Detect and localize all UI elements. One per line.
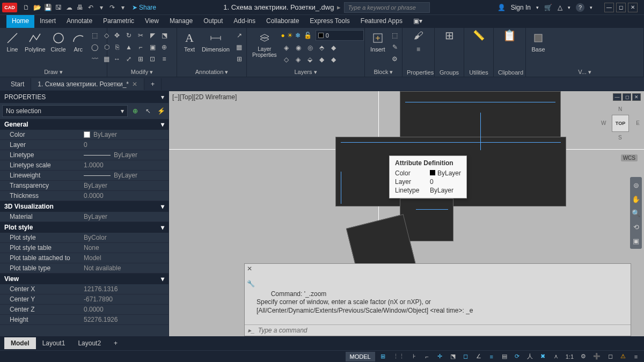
lwt-icon[interactable]: ≡ bbox=[487, 352, 496, 361]
tool-icon[interactable]: ◯ bbox=[90, 42, 100, 53]
ribbon-tab-express-tools[interactable]: Express Tools bbox=[304, 15, 355, 28]
ribbon-tab-annotate[interactable]: Annotate bbox=[61, 15, 98, 28]
arc-tool[interactable]: Arc bbox=[70, 30, 86, 54]
transparency-icon[interactable]: ▤ bbox=[500, 352, 509, 361]
redo-icon[interactable]: ↷ bbox=[107, 3, 117, 12]
tool-icon[interactable]: ◆ bbox=[328, 54, 339, 65]
table-icon[interactable]: ▦ bbox=[234, 42, 245, 53]
annotation-icon[interactable]: 人 bbox=[525, 352, 535, 361]
minimize-button[interactable]: — bbox=[604, 3, 614, 12]
measure-icon[interactable]: 📏 bbox=[473, 30, 484, 41]
property-row[interactable]: Center Z0.0000 bbox=[0, 305, 169, 315]
tool-icon[interactable]: ✎ bbox=[390, 42, 400, 53]
viewport-label[interactable]: [−][Top][2D Wireframe] bbox=[172, 93, 237, 101]
panel-label-annotation[interactable]: Annotation ▾ bbox=[181, 68, 242, 77]
tool-icon[interactable]: ≡ bbox=[413, 44, 424, 55]
ribbon-tab-home[interactable]: Home bbox=[6, 15, 34, 28]
search-input[interactable]: Type a keyword or phrase bbox=[344, 2, 430, 13]
quickselect-icon[interactable]: ⚡ bbox=[156, 106, 166, 116]
circle-tool[interactable]: Circle bbox=[50, 30, 67, 54]
osnap-icon[interactable]: ◻ bbox=[461, 352, 471, 361]
monitor-icon[interactable]: ➕ bbox=[591, 352, 602, 361]
user-icon[interactable]: 👤 bbox=[497, 4, 506, 11]
panel-label-properties[interactable]: Properties bbox=[407, 68, 430, 77]
panel-label-groups[interactable]: Groups bbox=[439, 68, 459, 77]
tool-icon[interactable]: ◎ bbox=[305, 42, 316, 53]
drawing-canvas[interactable]: [−][Top][2D Wireframe] — ◻ ✕ N S W E TOP bbox=[169, 91, 644, 336]
leader-icon[interactable]: ↗ bbox=[234, 30, 245, 41]
paste-icon[interactable]: 📋 bbox=[504, 30, 515, 41]
cycling-icon[interactable]: ⟳ bbox=[513, 352, 522, 361]
command-line[interactable]: ✕ 🔧 Command: '_.zoom Specify corner of w… bbox=[244, 263, 631, 336]
chevron-down-icon[interactable]: ▾ bbox=[97, 3, 106, 12]
command-input[interactable]: Type a command bbox=[258, 327, 308, 334]
property-row[interactable]: Plot style tableNone bbox=[0, 243, 169, 253]
ribbon-tab-manage[interactable]: Manage bbox=[164, 15, 198, 28]
iso-icon[interactable]: ⬔ bbox=[448, 352, 458, 361]
tool-icon[interactable]: ⬘ bbox=[317, 42, 327, 53]
panel-label-layers[interactable]: Layers ▾ bbox=[251, 68, 360, 77]
orbit-icon[interactable]: ⟲ bbox=[630, 222, 642, 232]
tool-icon[interactable]: ⊕ bbox=[159, 42, 170, 53]
tool-icon[interactable]: ◆ bbox=[328, 42, 339, 53]
panel-label-modify[interactable]: Modify ▾ bbox=[112, 68, 172, 77]
wcs-badge[interactable]: WCS bbox=[621, 154, 638, 161]
scale-combo[interactable]: 1:1 bbox=[564, 352, 575, 361]
tool-icon[interactable]: ◆ bbox=[317, 54, 327, 65]
layout-tab-model[interactable]: Model bbox=[4, 337, 36, 349]
tool-icon[interactable]: ⚙ bbox=[390, 54, 400, 64]
property-row[interactable]: Plot table attached toModel bbox=[0, 253, 169, 263]
property-row[interactable]: TransparencyByLayer bbox=[0, 181, 169, 191]
fillet-icon[interactable]: ⌐ bbox=[135, 42, 146, 53]
group-icon[interactable]: ⊞ bbox=[444, 30, 455, 41]
ribbon-tab-collaborate[interactable]: Collaborate bbox=[261, 15, 304, 28]
layer-combo[interactable]: 0 bbox=[316, 30, 364, 41]
polyline-tool[interactable]: Polyline bbox=[24, 30, 47, 54]
tool-icon[interactable]: ≡ bbox=[159, 54, 170, 64]
application-menu-button[interactable]: CAD bbox=[2, 3, 17, 12]
scale-icon[interactable]: ⤢ bbox=[123, 54, 134, 64]
select-icon[interactable]: ↖ bbox=[143, 106, 153, 116]
annoscale-icon[interactable]: ⋏ bbox=[551, 352, 561, 361]
move-icon[interactable]: ✥ bbox=[112, 30, 122, 41]
zoom-icon[interactable]: 🔍 bbox=[630, 208, 642, 218]
dimension-tool[interactable]: Dimension bbox=[201, 30, 231, 54]
property-row[interactable]: Thickness0.0000 bbox=[0, 191, 169, 201]
tool-icon[interactable]: ⬙ bbox=[305, 54, 316, 65]
panel-label-block[interactable]: Block ▾ bbox=[369, 68, 398, 77]
maximize-viewport-icon[interactable]: ◻ bbox=[623, 93, 631, 101]
clean-icon[interactable]: ◻ bbox=[605, 352, 615, 361]
share-button[interactable]: ➤ Share bbox=[132, 4, 156, 11]
property-row[interactable]: ColorByLayer bbox=[0, 130, 169, 140]
chevron-down-icon[interactable]: ▾ bbox=[118, 3, 128, 12]
lock-icon[interactable]: 🔓 bbox=[303, 30, 313, 41]
saveas-icon[interactable]: 🖫 bbox=[54, 3, 63, 12]
property-row[interactable]: LineweightByLayer bbox=[0, 171, 169, 181]
open-icon[interactable]: 📂 bbox=[32, 3, 42, 12]
file-tab[interactable]: 1. Схема электрики. Розетки_*✕ bbox=[31, 78, 144, 90]
tool-icon[interactable]: ◈ bbox=[281, 42, 292, 53]
property-section-header[interactable]: Plot style▾ bbox=[0, 222, 169, 233]
layout-tab-layout2[interactable]: Layout2 bbox=[71, 337, 107, 349]
tool-icon[interactable]: ◇ bbox=[281, 54, 292, 65]
tool-icon[interactable]: ⬚ bbox=[390, 30, 400, 41]
panel-label-draw[interactable]: Draw ▾ bbox=[4, 68, 103, 77]
text-tool[interactable]: AText bbox=[181, 30, 197, 54]
chevron-down-icon[interactable]: ▾ bbox=[568, 5, 570, 10]
autodesk-icon[interactable]: △ bbox=[558, 4, 562, 11]
minimize-viewport-icon[interactable]: — bbox=[613, 93, 621, 101]
property-row[interactable]: Plot table typeNot available bbox=[0, 263, 169, 274]
property-section-header[interactable]: 3D Visualization▾ bbox=[0, 201, 169, 212]
property-row[interactable]: Layer0 bbox=[0, 140, 169, 150]
chevron-down-icon[interactable]: ▾ bbox=[590, 5, 592, 10]
plot-icon[interactable]: 🖶 bbox=[75, 3, 85, 12]
match-icon[interactable]: 🖌 bbox=[413, 30, 424, 41]
model-space-button[interactable]: MODEL bbox=[346, 352, 375, 361]
polar-icon[interactable]: ✛ bbox=[435, 352, 445, 361]
close-viewport-icon[interactable]: ✕ bbox=[632, 93, 641, 101]
signin-button[interactable]: Sign In bbox=[511, 4, 531, 11]
help-icon[interactable]: ? bbox=[576, 3, 584, 12]
trim-icon[interactable]: ✂ bbox=[135, 30, 146, 41]
grid-icon[interactable]: ⊞ bbox=[378, 352, 388, 361]
tool-icon[interactable]: ⊡ bbox=[147, 54, 158, 64]
